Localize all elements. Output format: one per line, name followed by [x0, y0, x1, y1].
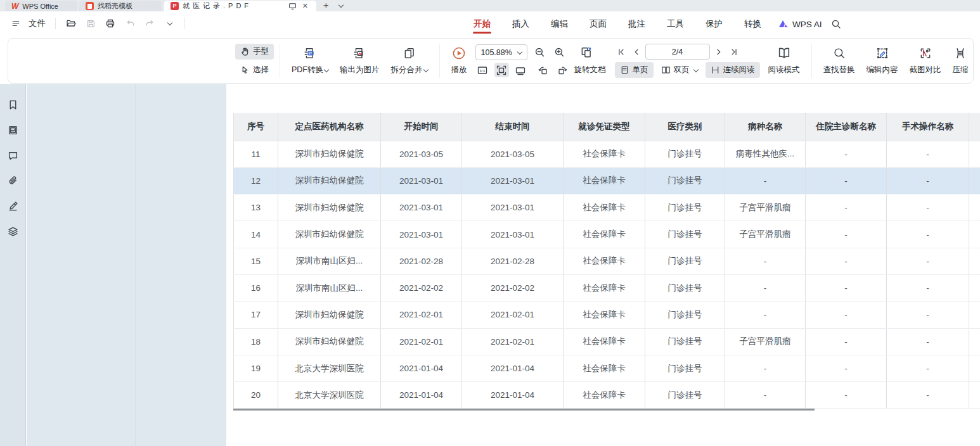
bookmark-icon[interactable]: [8, 99, 18, 110]
single-page-icon: [620, 65, 629, 75]
cell-operation: -: [887, 382, 969, 409]
comment-icon[interactable]: [8, 150, 18, 161]
zoom-in-button[interactable]: [552, 45, 567, 60]
cell-end-date: 2021-03-01: [462, 167, 564, 194]
rotate-right-button[interactable]: [555, 63, 570, 77]
edit-content-button[interactable]: 编辑内容: [861, 46, 904, 75]
attachment-icon[interactable]: [8, 175, 18, 186]
save-icon[interactable]: [84, 16, 98, 30]
svg-text:1:1: 1:1: [480, 68, 485, 72]
menu-tab-工具[interactable]: 工具: [656, 11, 695, 37]
cell-category: 门诊挂号: [645, 167, 725, 194]
cell-end-date: 2021-02-01: [462, 328, 564, 355]
first-page-button[interactable]: [615, 46, 628, 58]
last-page-button[interactable]: [728, 46, 740, 58]
compress-button[interactable]: 压缩: [947, 46, 974, 75]
window-icon[interactable]: [288, 2, 297, 10]
single-page-button[interactable]: 单页: [615, 62, 654, 78]
print-icon[interactable]: [103, 16, 117, 30]
search-icon[interactable]: [831, 19, 841, 29]
open-folder-icon[interactable]: [64, 16, 78, 30]
cell-org: 深圳市妇幼保健院: [278, 167, 381, 194]
cell-no: 12: [234, 167, 278, 194]
split-merge-button[interactable]: 拆分合并: [385, 46, 434, 75]
hamburger-menu-icon[interactable]: [9, 16, 23, 30]
zoom-out-button[interactable]: [532, 45, 547, 60]
menu-tab-插入[interactable]: 插入: [501, 11, 540, 37]
cell-disease: -: [725, 355, 806, 381]
export-as-image-button[interactable]: 输出为图片: [334, 46, 385, 75]
cell-cert-type: 社会保障卡: [564, 141, 645, 167]
pdf-page[interactable]: 序号 定点医药机构名称 开始时间 结束时间 就诊凭证类型 医疗类别 病种名称 住…: [226, 84, 980, 446]
signature-icon[interactable]: [8, 201, 18, 212]
read-mode-button[interactable]: 阅读模式: [763, 46, 806, 75]
cell-diagnosis: -: [806, 328, 887, 355]
pdf-convert-button[interactable]: W PDF转换: [286, 46, 334, 75]
screenshot-compare-button[interactable]: 截图对比: [904, 46, 947, 75]
cell-category: 门诊挂号: [645, 274, 725, 301]
menu-tab-页面[interactable]: 页面: [579, 11, 617, 37]
menu-tab-编辑[interactable]: 编辑: [540, 11, 579, 37]
fit-page-button[interactable]: [494, 63, 509, 77]
continuous-scroll-button[interactable]: 连续阅读: [706, 62, 760, 78]
file-menu[interactable]: 文件: [29, 18, 46, 29]
hand-tool-button[interactable]: 手型: [235, 44, 274, 60]
menu-tab-批注[interactable]: 批注: [617, 11, 656, 37]
new-tab-button[interactable]: ＋: [316, 0, 335, 11]
screenshot-compare-icon: [919, 46, 932, 60]
menu-tab-开始[interactable]: 开始: [463, 11, 501, 37]
more-actions-chevron-icon[interactable]: [162, 16, 176, 30]
redo-icon[interactable]: [143, 16, 157, 30]
cell-end-date: 2021-01-04: [462, 355, 564, 381]
rotate-left-button[interactable]: [536, 63, 551, 77]
search-icon: [833, 46, 846, 60]
col-header: 结束时间: [462, 113, 564, 141]
rotate-document-label[interactable]: 旋转文档: [574, 65, 606, 75]
tab-list-chevron-icon[interactable]: [335, 0, 345, 11]
menu-tab-转换[interactable]: 转换: [733, 11, 772, 37]
cell-disease: 子宫平滑肌瘤: [725, 194, 806, 221]
cell-cert-type: 社会保障卡: [564, 302, 645, 328]
play-button[interactable]: 播放: [446, 46, 473, 75]
cell-cert-type: 社会保障卡: [564, 167, 645, 194]
fit-width-button[interactable]: [513, 63, 528, 77]
cell-start-date: 2021-03-01: [381, 194, 462, 221]
tab-docer-templates[interactable]: 找稻壳模板: [79, 1, 162, 11]
cell-end-date: 2021-02-02: [462, 274, 564, 301]
cell-start-date: 2021-02-28: [381, 248, 462, 274]
zoom-level-select[interactable]: 105.88%: [475, 44, 527, 60]
cell-cert-type: 社会保障卡: [564, 248, 645, 274]
rotate-document-icon[interactable]: [579, 45, 594, 60]
cell-operation: -: [887, 248, 969, 274]
cell-no: 13: [234, 194, 278, 221]
find-replace-button[interactable]: 查找替换: [818, 46, 861, 75]
cell-no: 17: [234, 302, 278, 328]
cell-start-date: 2021-03-01: [381, 221, 462, 248]
menu-tabs: 开始插入编辑页面批注工具保护转换 WPS AI: [463, 11, 841, 37]
cell-operation: -: [887, 221, 969, 248]
table-row: 18 深圳市妇幼保健院 2021-02-01 2021-02-01 社会保障卡 …: [234, 328, 980, 355]
next-page-button[interactable]: [712, 46, 725, 58]
double-page-button[interactable]: 双页: [656, 62, 703, 78]
tab-document[interactable]: 就医记录.PDF ✕: [164, 1, 316, 11]
menu-tab-保护[interactable]: 保护: [695, 11, 733, 37]
tab-wps-office[interactable]: W WPS Office: [5, 1, 77, 11]
layers-icon[interactable]: [8, 226, 18, 237]
left-icon-strip: [0, 84, 26, 446]
select-tool-button[interactable]: 选择: [235, 62, 274, 78]
page-number-input[interactable]: 2/4: [645, 44, 710, 60]
undo-icon[interactable]: [123, 16, 137, 30]
cell-disease: -: [725, 274, 806, 301]
cell-category: 门诊挂号: [645, 302, 725, 328]
hand-icon: [240, 47, 250, 56]
actual-size-button[interactable]: 1:1: [475, 63, 490, 77]
previous-page-button[interactable]: [630, 46, 643, 58]
chevron-down-icon: [324, 67, 329, 72]
close-tab-icon[interactable]: ✕: [300, 2, 310, 10]
cell-end-date: 2021-01-04: [462, 382, 564, 409]
thumbnail-icon[interactable]: [8, 125, 18, 136]
wps-ai-button[interactable]: WPS AI: [778, 20, 822, 29]
tab-label: WPS Office: [22, 3, 58, 10]
cell-category: 门诊挂号: [645, 194, 725, 221]
cell-no: 15: [234, 248, 278, 274]
